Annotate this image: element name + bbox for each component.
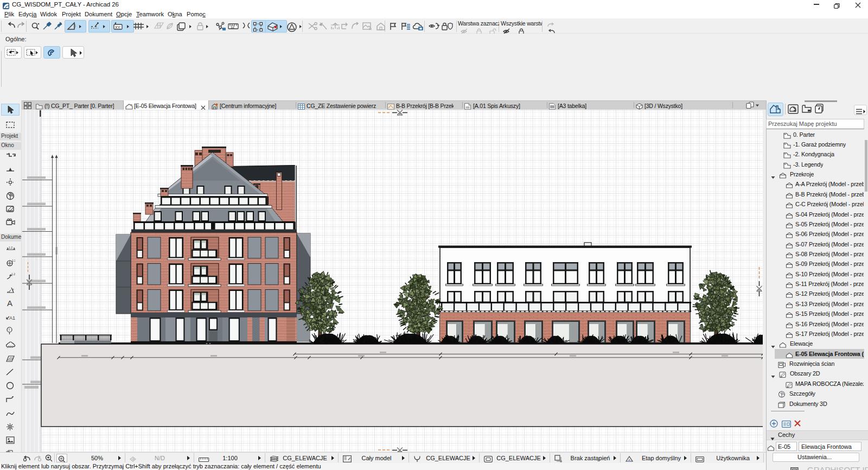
svg-text:12: 12 [231,25,235,29]
svg-text:!: ! [9,328,10,332]
svg-text:1.2: 1.2 [9,246,12,249]
svg-text:1.2: 1.2 [12,259,15,262]
svg-text:A1: A1 [9,315,15,321]
svg-text:1.2: 1.2 [11,272,15,276]
svg-text:α: α [12,288,14,291]
svg-text:XY:: XY: [115,26,121,29]
svg-text:A: A [7,299,12,307]
